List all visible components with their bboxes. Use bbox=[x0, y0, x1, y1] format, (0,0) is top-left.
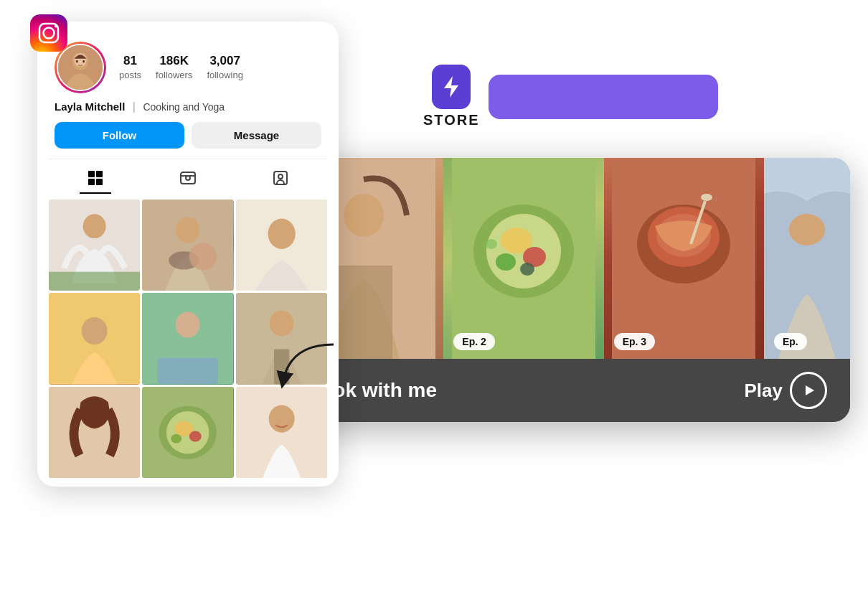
grid-item-2 bbox=[142, 200, 233, 291]
ig-header: 81 posts 186K followers 3,007 following bbox=[55, 42, 327, 93]
svg-point-28 bbox=[82, 317, 108, 344]
ig-action-buttons: Follow Message bbox=[55, 122, 321, 149]
svg-point-30 bbox=[176, 312, 200, 338]
ep2-label: Ep. 2 bbox=[453, 333, 494, 350]
store-icon-group: STORE bbox=[423, 65, 480, 128]
svg-rect-12 bbox=[96, 179, 103, 185]
grid-item-1 bbox=[49, 200, 140, 291]
episodes-row: Ep. 1 Ep. 2 bbox=[283, 158, 850, 359]
posts-label: posts bbox=[119, 70, 141, 80]
tab-reels[interactable] bbox=[172, 167, 204, 194]
message-button[interactable]: Message bbox=[192, 122, 321, 149]
grid-item-3 bbox=[236, 200, 327, 291]
svg-point-42 bbox=[171, 433, 182, 443]
grid-item-5 bbox=[142, 293, 233, 384]
svg-point-63 bbox=[789, 214, 825, 245]
followers-label: followers bbox=[156, 70, 192, 80]
follow-button[interactable]: Follow bbox=[55, 122, 184, 149]
play-button[interactable]: Play bbox=[745, 372, 828, 409]
series-footer: Cook with me Play bbox=[283, 359, 850, 422]
svg-point-22 bbox=[176, 217, 200, 243]
svg-rect-9 bbox=[88, 171, 95, 177]
svg-point-3 bbox=[55, 25, 57, 28]
svg-point-46 bbox=[344, 194, 384, 237]
tab-grid[interactable] bbox=[80, 167, 111, 194]
following-stat: 3,007 following bbox=[207, 54, 243, 81]
svg-point-61 bbox=[701, 194, 712, 201]
svg-rect-11 bbox=[88, 179, 95, 185]
store-purple-pill bbox=[489, 75, 718, 119]
play-label: Play bbox=[745, 380, 783, 402]
profile-name-row: Layla Mitchell | Cooking and Yoga bbox=[55, 100, 321, 113]
following-count: 3,007 bbox=[207, 54, 243, 68]
svg-rect-31 bbox=[158, 358, 219, 385]
tab-tagged[interactable] bbox=[265, 167, 296, 194]
store-bolt-icon bbox=[432, 65, 471, 109]
store-area: STORE bbox=[423, 65, 718, 128]
svg-point-7 bbox=[76, 60, 78, 63]
svg-point-8 bbox=[82, 60, 85, 63]
episode-2[interactable]: Ep. 2 bbox=[443, 158, 603, 359]
svg-point-54 bbox=[520, 263, 534, 276]
svg-point-24 bbox=[189, 243, 217, 270]
svg-point-26 bbox=[268, 219, 295, 249]
ep4-label: Ep. bbox=[774, 333, 807, 350]
grid-item-9 bbox=[236, 387, 327, 478]
grid-item-7 bbox=[49, 387, 140, 478]
svg-marker-64 bbox=[806, 385, 814, 395]
ep3-label: Ep. 3 bbox=[614, 333, 655, 350]
svg-point-44 bbox=[268, 405, 294, 432]
episode-4[interactable]: Ep. bbox=[764, 158, 850, 359]
svg-point-41 bbox=[189, 431, 202, 441]
grid-item-4 bbox=[49, 293, 140, 384]
following-label: following bbox=[207, 70, 243, 80]
svg-rect-13 bbox=[181, 172, 195, 184]
store-label: STORE bbox=[423, 112, 480, 128]
svg-rect-0 bbox=[30, 14, 67, 52]
arrow-annotation bbox=[276, 337, 348, 398]
svg-rect-20 bbox=[49, 272, 140, 291]
profile-bio: Cooking and Yoga bbox=[143, 101, 225, 113]
svg-point-19 bbox=[83, 214, 106, 238]
instagram-card: 81 posts 186K followers 3,007 following … bbox=[37, 22, 339, 487]
svg-point-33 bbox=[269, 311, 293, 337]
episode-3[interactable]: Ep. 3 bbox=[604, 158, 764, 359]
svg-point-17 bbox=[278, 174, 283, 179]
followers-stat: 186K followers bbox=[156, 54, 192, 81]
grid-item-8 bbox=[142, 387, 233, 478]
posts-stat: 81 posts bbox=[119, 54, 141, 81]
svg-rect-10 bbox=[96, 171, 103, 177]
instagram-logo bbox=[30, 14, 67, 52]
ig-tabs bbox=[49, 159, 327, 194]
play-circle-icon bbox=[790, 372, 827, 409]
profile-name: Layla Mitchell bbox=[55, 100, 125, 113]
svg-point-53 bbox=[496, 253, 516, 271]
posts-count: 81 bbox=[119, 54, 141, 68]
ig-stats: 81 posts 186K followers 3,007 following bbox=[119, 54, 243, 81]
followers-count: 186K bbox=[156, 54, 192, 68]
svg-point-55 bbox=[486, 239, 497, 249]
series-panel: Ep. 1 Ep. 2 bbox=[283, 158, 850, 422]
